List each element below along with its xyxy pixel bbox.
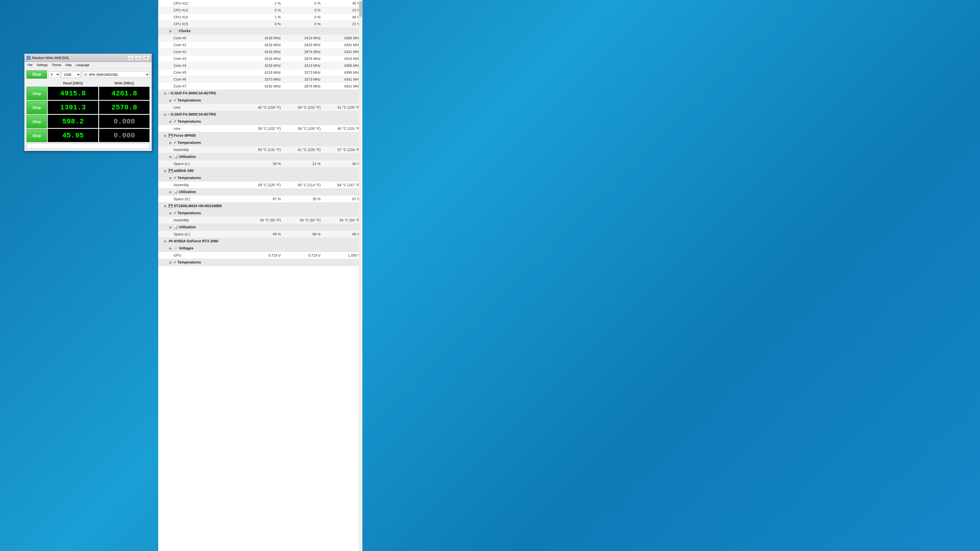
write-value-4: 0.000 (99, 129, 150, 142)
table-row: CPU #13 0 % 0 % 23 % (158, 7, 363, 14)
sensor-current: 39 °C (102 °F) (243, 125, 283, 132)
sensor-label: Space (d:) (158, 196, 243, 203)
group-label: ⊟ ✔ Temperatures (158, 175, 243, 182)
read-header: Read [MB/s] (48, 81, 99, 86)
ram-icon: ▪ (169, 91, 170, 95)
menu-file[interactable]: File (25, 62, 35, 68)
sensor-min: 3433 MHz (283, 41, 323, 48)
sensor-max: 57 °C (134 °F) (323, 146, 363, 153)
table-row: core 39 °C (102 °F) 38 °C (100 °F) 40 °C… (158, 125, 363, 132)
size-select[interactable]: 512MiB 1GiB 2GiB 4GiB (62, 71, 81, 78)
cdm-window: Random Write 4KiB [5/5] — □ ✕ File Setti… (24, 54, 152, 151)
st1000-header: ⊟ 💾 ST1000LM024 HN-M101MBB (158, 203, 363, 210)
expand-toggle[interactable]: ⊟ (163, 169, 167, 173)
device-label: ⊟ 💾 ST1000LM024 HN-M101MBB (158, 203, 243, 210)
table-row: Core #4 4216 MHz 3413 MHz 4366 MHz (158, 62, 363, 69)
clocks-group-header: ⊟ 🕐 Clocks (158, 27, 363, 35)
expand-toggle[interactable]: ⊟ (169, 191, 172, 194)
menu-settings[interactable]: Settings (35, 62, 49, 68)
sensor-current: 4192 MHz (243, 83, 283, 90)
temp-icon-2: ✔ (173, 119, 177, 124)
s80-util-header: ⊟ 📊 Utilization (158, 189, 363, 196)
expand-toggle[interactable]: ⊟ (163, 134, 167, 138)
sensor-min: 99 % (283, 231, 323, 238)
sensor-min: 0 % (283, 21, 323, 27)
menu-help[interactable]: Help (63, 62, 74, 68)
expand-toggle[interactable]: ⊟ (163, 113, 167, 117)
temp-icon: ✔ (173, 98, 177, 102)
read-value-1: 4915.8 (48, 87, 98, 100)
table-row: Core #0 4216 MHz 3413 MHz 4366 MHz (158, 35, 363, 41)
expand-toggle[interactable]: ⊟ (169, 30, 172, 33)
sensor-label: Core #0 (158, 35, 243, 41)
table-row: Core #6 3373 MHz 3373 MHz 4341 MHz (158, 76, 363, 83)
cdm-progress-bar (27, 143, 150, 149)
expand-toggle[interactable]: ⊟ (169, 247, 172, 251)
sensor-min: 2874 MHz (283, 83, 323, 90)
sensor-current: 4216 MHz (243, 41, 283, 48)
sensor-max: 4341 MHz (323, 76, 363, 83)
gskill1-temps-header: ⊟ ✔ Temperatures (158, 97, 363, 104)
sensor-min: 3413 MHz (283, 35, 323, 41)
expand-toggle[interactable]: ⊟ (169, 212, 172, 215)
cdm-menubar: File Settings Theme Help Language (24, 62, 151, 68)
expand-toggle[interactable]: ⊟ (169, 226, 172, 229)
sensor-min: 3373 MHz (283, 76, 323, 83)
sensor-max: 4366 MHz (323, 62, 363, 69)
sensor-max: 23 % (323, 7, 363, 14)
cdm-column-headers: Read [MB/s] Write [MB/s] (27, 81, 150, 86)
expand-toggle[interactable]: ⊟ (163, 240, 167, 243)
scrollbar-thumb[interactable] (360, 1, 362, 17)
menu-theme[interactable]: Theme (50, 62, 63, 68)
sensor-current: 4216 MHz (243, 62, 283, 69)
maximize-button[interactable]: □ (135, 55, 142, 61)
expand-toggle[interactable]: ⊟ (169, 120, 172, 124)
stop-button-row-4[interactable]: Stop (27, 129, 47, 142)
expand-toggle[interactable]: ⊟ (169, 176, 172, 180)
group-label: ⊟ ✔ Temperatures (158, 210, 243, 217)
menu-language[interactable]: Language (74, 62, 91, 68)
close-button[interactable]: ✕ (142, 55, 150, 61)
gskill1-header: ⊟ ▪ G.Skill F4-3600C16-8GTRG (158, 90, 363, 97)
device-label: ⊟ ▪ G.Skill F4-3600C16-8GTRG (158, 90, 243, 97)
read-value-4: 45.95 (48, 129, 98, 142)
main-stop-button[interactable]: Stop (27, 70, 47, 79)
expand-toggle[interactable]: ⊟ (163, 92, 167, 95)
group-label: ⊟ ✔ Temperatures (158, 118, 243, 125)
expand-toggle[interactable]: ⊟ (169, 261, 172, 265)
sensor-label-assembly-2: Assembly (158, 182, 243, 189)
sensor-current: 1 % (243, 0, 283, 7)
group-label: ⊟ 📊 Utilization (158, 189, 243, 196)
stop-button-row-2[interactable]: Stop (27, 101, 47, 114)
sensor-max: 30 % (323, 160, 363, 167)
sensor-current: 4216 MHz (243, 69, 283, 76)
temp-icon-6: ✔ (173, 260, 177, 264)
table-row: CPU #15 0 % 0 % 21 % (158, 21, 363, 27)
expand-toggle[interactable]: ⊟ (169, 156, 172, 159)
drive-select[interactable]: C: 30% (566/1862GiB) (82, 71, 150, 78)
iterations-select[interactable]: 1 3 5 10 (48, 71, 60, 78)
device-label: ⊟ 💾 Force MP600 (158, 132, 243, 139)
s80-temps-header: ⊟ ✔ Temperatures (158, 175, 363, 182)
sensor-label: core (158, 104, 243, 111)
expand-toggle[interactable]: ⊟ (169, 99, 172, 103)
hwinfo-scrollbar[interactable] (359, 0, 363, 551)
drive-icon-3: 💾 (169, 204, 173, 208)
sensor-max: 4341 MHz (323, 48, 363, 56)
cdm-icon (27, 56, 30, 60)
sensor-label: Core #1 (158, 41, 243, 48)
sensor-label: CPU #15 (158, 21, 243, 27)
expand-toggle[interactable]: ⊟ (169, 141, 172, 145)
expand-toggle[interactable]: ⊟ (163, 205, 167, 208)
minimize-button[interactable]: — (127, 55, 134, 61)
table-row: Core #7 4192 MHz 2874 MHz 4341 MHz (158, 83, 363, 90)
stop-button-row-1[interactable]: Stop (27, 87, 47, 100)
temp-icon-4: ✔ (173, 176, 177, 180)
stop-button-row-3[interactable]: Stop (27, 115, 47, 128)
device-label: ⊟ ▪ G.Skill F4-3600C16-8GTRG (158, 111, 243, 118)
device-label: ⊟ 💾 addlink S80 (158, 167, 243, 175)
gpu-icon: 🎮 (169, 239, 173, 243)
rtx2080-header: ⊟ 🎮 NVIDIA GeForce RTX 2080 (158, 238, 363, 245)
sensor-label: GPU (158, 252, 243, 259)
sensor-max: 4341 MHz (323, 41, 363, 48)
